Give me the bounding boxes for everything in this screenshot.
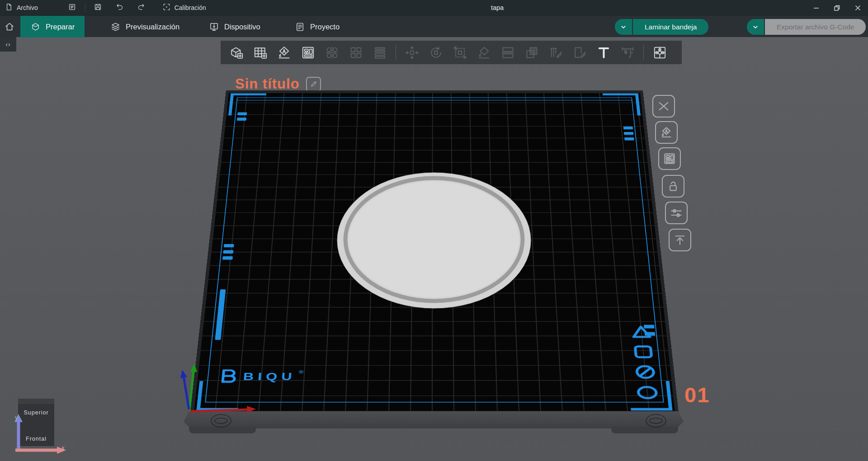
add-plate-button[interactable]	[252, 44, 268, 61]
variable-layer-height-icon	[373, 45, 387, 60]
menu-calibracion[interactable]: Calibración	[158, 0, 211, 15]
sidebar-collapse-toggle[interactable]: ‹›	[0, 37, 16, 52]
notes-icon	[68, 3, 76, 13]
assembly-icon	[652, 45, 667, 60]
export-gcode-button: Exportar archivo G-Code	[765, 19, 866, 35]
close-button[interactable]	[847, 0, 868, 15]
chevron-down-icon	[619, 23, 627, 31]
plate-corner-bracket	[228, 94, 266, 116]
paint-support-icon	[548, 45, 563, 60]
split-to-parts-icon	[349, 45, 363, 60]
title-bar: Archivo Calibración tapa	[0, 0, 868, 15]
plate-border-line-2	[236, 100, 632, 100]
undo-icon	[115, 3, 124, 13]
tab-dispositivo[interactable]: Dispositivo	[199, 16, 270, 38]
slice-button[interactable]: Laminar bandeja	[633, 19, 708, 35]
plate-auto-orient-button[interactable]	[655, 121, 678, 144]
plate-dash-mark	[222, 256, 233, 259]
export-dropdown-button[interactable]	[747, 19, 764, 35]
move-icon	[405, 45, 420, 60]
rename-project-button[interactable]	[306, 77, 321, 92]
project-name: Sin título	[235, 76, 300, 92]
assembly-button[interactable]	[651, 44, 668, 61]
home-button[interactable]	[0, 16, 19, 38]
stand-foot	[189, 427, 256, 433]
plate-dash-mark	[224, 244, 234, 247]
delete-all-button[interactable]	[652, 95, 675, 118]
origin-axes	[176, 362, 267, 419]
move-button	[404, 44, 420, 61]
chevron-down-icon	[751, 23, 760, 31]
menu-archivo-label: Archivo	[17, 4, 38, 11]
tab-previsualizacion-label: Previsualización	[126, 23, 179, 31]
preview-layers-icon	[110, 22, 121, 32]
tab-previsualizacion[interactable]: Previsualización	[100, 16, 189, 38]
text-tool-button[interactable]	[595, 44, 612, 61]
slice-button-label: Laminar bandeja	[645, 23, 697, 31]
export-button-label: Exportar archivo G-Code	[777, 23, 854, 31]
plate-dash-mark	[223, 250, 233, 254]
slice-dropdown-button[interactable]	[615, 19, 632, 35]
plate-corner-bracket	[603, 94, 641, 116]
lock-plate-button[interactable]	[662, 175, 684, 198]
no-circle-mark-icon	[632, 363, 659, 381]
object-toolbar	[221, 41, 682, 64]
notes-button[interactable]	[64, 0, 80, 15]
paint-support-button	[547, 44, 564, 61]
3d-viewport[interactable]: ‹›	[0, 37, 868, 461]
arrow-up-to-line-icon	[673, 233, 687, 247]
plate-dash-mark	[624, 132, 634, 135]
paint-seam-button	[571, 44, 588, 61]
sliders-icon	[670, 206, 683, 220]
arrange-icon	[663, 152, 676, 165]
project-name-row: Sin título	[235, 76, 321, 92]
undo-button[interactable]	[112, 0, 128, 15]
add-plate-icon	[253, 45, 268, 60]
model-tapa[interactable]	[334, 170, 534, 311]
minimize-button[interactable]	[806, 0, 826, 15]
plate-dash-mark	[237, 112, 247, 115]
measure-button	[619, 44, 636, 61]
redo-button[interactable]	[133, 0, 150, 15]
auto-orient-button[interactable]	[276, 44, 292, 61]
rotate-icon	[429, 45, 443, 60]
lay-on-face-icon	[476, 45, 491, 60]
stand-foot	[611, 427, 678, 433]
arrange-icon	[301, 45, 316, 60]
y-axis-arrow	[190, 363, 197, 372]
scale-icon	[453, 45, 467, 60]
paint-seam-icon	[572, 45, 587, 60]
lay-on-face-button	[476, 44, 492, 61]
plate-dash-mark	[624, 137, 634, 141]
plate-arrange-button[interactable]	[658, 147, 681, 170]
split-to-objects-icon	[325, 45, 340, 60]
plate-settings-button[interactable]	[665, 202, 688, 224]
tab-proyecto[interactable]: Proyecto	[285, 16, 349, 38]
export-split-button: Exportar archivo G-Code	[747, 19, 866, 35]
circle-mark-icon	[633, 384, 661, 402]
calibration-icon	[162, 3, 171, 13]
square-mark-icon	[630, 343, 657, 360]
restore-icon	[834, 5, 840, 11]
mesh-boolean-icon	[524, 45, 539, 60]
add-model-button[interactable]	[228, 44, 244, 61]
toolbar-separator	[396, 45, 396, 60]
nav-axis-x	[14, 445, 68, 456]
tab-preparar[interactable]: Preparar	[20, 16, 85, 38]
restore-button[interactable]	[826, 0, 847, 15]
arrange-button[interactable]	[300, 44, 316, 61]
split-to-parts-button	[348, 44, 364, 61]
lock-open-icon	[666, 179, 680, 193]
z-axis-arrow	[180, 370, 187, 378]
menu-archivo[interactable]: Archivo	[0, 0, 42, 15]
save-icon	[94, 3, 102, 13]
window-title: tapa	[452, 0, 542, 15]
measure-icon	[620, 45, 635, 60]
tab-bar: Preparar Previsualización Dispositivo Pr…	[0, 15, 868, 37]
mesh-boolean-button	[524, 44, 540, 61]
window-controls	[806, 0, 868, 15]
stand-emblem	[646, 414, 666, 428]
move-plate-up-button[interactable]	[669, 229, 691, 251]
save-button[interactable]	[90, 0, 106, 15]
redo-icon	[137, 3, 146, 13]
